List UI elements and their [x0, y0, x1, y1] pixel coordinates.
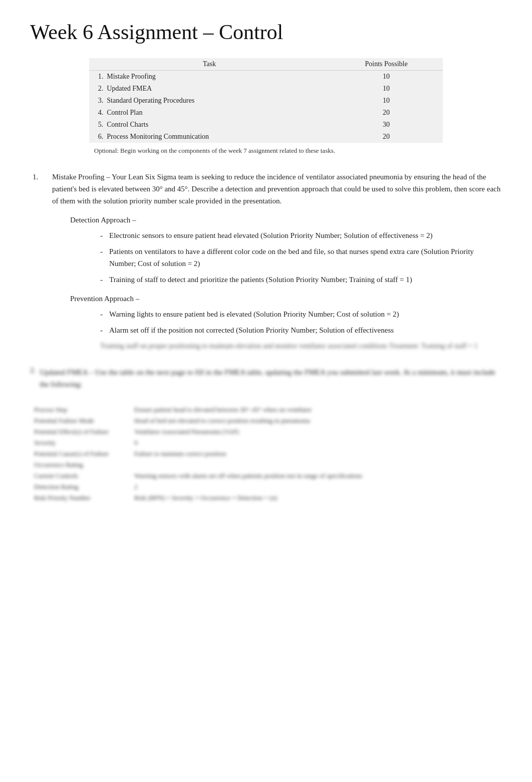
- fmea-row: Occurrence Rating: [30, 459, 502, 470]
- task-cell: 5. Control Charts: [89, 119, 330, 131]
- fmea-label: Potential Effect(s) of Failure: [30, 426, 130, 437]
- table-row: 4. Control Plan 20: [89, 107, 443, 119]
- task-cell: 6. Process Monitoring Communication: [89, 131, 330, 143]
- detection-bullet: Training of staff to detect and prioriti…: [100, 274, 502, 286]
- question-1: Mistake Proofing – Your Lean Six Sigma t…: [40, 171, 502, 352]
- detection-label: Detection Approach –: [70, 216, 502, 224]
- optional-note: Optional: Begin working on the component…: [89, 147, 443, 155]
- task-cell: 3. Standard Operating Procedures: [89, 95, 330, 107]
- fmea-value: [130, 459, 502, 470]
- question-2-blurred: 2. Updated FMEA – Use the table on the n…: [30, 366, 502, 503]
- points-cell: 20: [330, 131, 443, 143]
- q2-intro: Updated FMEA – Use the table on the next…: [40, 366, 502, 390]
- fmea-row: Current Controls Warning sensors with al…: [30, 470, 502, 481]
- fmea-row: Risk Priority Number Risk (RPN) = Severi…: [30, 492, 502, 503]
- main-content: Mistake Proofing – Your Lean Six Sigma t…: [30, 171, 502, 503]
- table-row: 3. Standard Operating Procedures 10: [89, 95, 443, 107]
- prevention-bullet: Alarm set off if the position not correc…: [100, 324, 502, 336]
- page-title: Week 6 Assignment – Control: [30, 20, 502, 44]
- task-cell: 2. Updated FMEA: [89, 83, 330, 95]
- blurred-prevention-text: Training staff on proper positioning to …: [100, 340, 502, 352]
- fmea-row: Severity 9: [30, 437, 502, 448]
- fmea-row: Potential Failure Mode Head of bed not e…: [30, 415, 502, 426]
- points-cell: 10: [330, 83, 443, 95]
- fmea-label: Occurrence Rating: [30, 459, 130, 470]
- prevention-label: Prevention Approach –: [70, 295, 502, 303]
- fmea-label: Detection Rating: [30, 481, 130, 492]
- detection-bullet: Electronic sensors to ensure patient hea…: [100, 229, 502, 241]
- table-row: 5. Control Charts 30: [89, 119, 443, 131]
- fmea-table-wrapper: Process Step Ensure patient head is elev…: [30, 404, 502, 503]
- table-row: 6. Process Monitoring Communication 20: [89, 131, 443, 143]
- fmea-label: Risk Priority Number: [30, 492, 130, 503]
- fmea-label: Potential Cause(s) of Failure: [30, 448, 130, 459]
- fmea-value: Failure to maintain correct position: [130, 448, 502, 459]
- fmea-table: Process Step Ensure patient head is elev…: [30, 404, 502, 503]
- fmea-value: Ventilator Associated Pneumonia (VAP): [130, 426, 502, 437]
- fmea-value: Head of bed not elevated to correct posi…: [130, 415, 502, 426]
- prevention-bullet: Warning lights to ensure patient bed is …: [100, 308, 502, 320]
- task-table: Task Points Possible 1. Mistake Proofing…: [89, 58, 443, 143]
- fmea-label: Current Controls: [30, 470, 130, 481]
- main-question-list: Mistake Proofing – Your Lean Six Sigma t…: [30, 171, 502, 352]
- fmea-value: Ensure patient head is elevated between …: [130, 404, 502, 415]
- points-cell: 20: [330, 107, 443, 119]
- task-cell: 4. Control Plan: [89, 107, 330, 119]
- points-cell: 30: [330, 119, 443, 131]
- fmea-row: Potential Effect(s) of Failure Ventilato…: [30, 426, 502, 437]
- q1-intro: Mistake Proofing – Your Lean Six Sigma t…: [52, 171, 502, 207]
- detection-bullet: Patients on ventilators to have a differ…: [100, 245, 502, 270]
- table-row: 1. Mistake Proofing 10: [89, 71, 443, 83]
- task-cell: 1. Mistake Proofing: [89, 71, 330, 83]
- table-header-task: Task: [89, 58, 330, 71]
- fmea-value: 9: [130, 437, 502, 448]
- detection-bullets: Electronic sensors to ensure patient hea…: [100, 229, 502, 286]
- points-cell: 10: [330, 71, 443, 83]
- fmea-value: Risk (RPN) = Severity × Occurrence × Det…: [130, 492, 502, 503]
- fmea-label: Potential Failure Mode: [30, 415, 130, 426]
- prevention-section: Prevention Approach – Warning lights to …: [70, 295, 502, 352]
- table-row: 2. Updated FMEA 10: [89, 83, 443, 95]
- fmea-label: Severity: [30, 437, 130, 448]
- fmea-row: Process Step Ensure patient head is elev…: [30, 404, 502, 415]
- points-cell: 10: [330, 95, 443, 107]
- fmea-row: Potential Cause(s) of Failure Failure to…: [30, 448, 502, 459]
- fmea-row: Detection Rating 2: [30, 481, 502, 492]
- fmea-value: Warning sensors with alarm set off when …: [130, 470, 502, 481]
- detection-section: Detection Approach – Electronic sensors …: [70, 216, 502, 286]
- fmea-value: 2: [130, 481, 502, 492]
- fmea-label: Process Step: [30, 404, 130, 415]
- prevention-bullets: Warning lights to ensure patient bed is …: [100, 308, 502, 336]
- table-header-points: Points Possible: [330, 58, 443, 71]
